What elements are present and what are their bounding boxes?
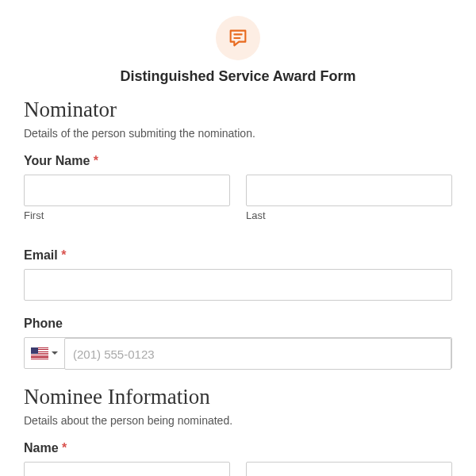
required-marker: * [61, 248, 66, 262]
nominee-description: Details about the person being nominated… [24, 414, 452, 427]
nominee-last-name-input[interactable] [246, 462, 452, 476]
your-name-label: Your Name * [24, 154, 452, 168]
phone-input[interactable] [64, 338, 451, 370]
nominee-name-label: Name * [24, 441, 452, 455]
chevron-down-icon [52, 351, 58, 355]
form-title: Distinguished Service Award Form [24, 68, 452, 85]
nominator-heading: Nominator [24, 98, 452, 122]
required-marker: * [62, 441, 67, 455]
nominee-heading: Nominee Information [24, 385, 452, 409]
phone-label: Phone [24, 317, 452, 331]
us-flag-icon [31, 347, 48, 359]
last-name-input[interactable] [246, 175, 452, 206]
first-name-input[interactable] [24, 175, 230, 206]
nominator-description: Details of the person submiting the nomi… [24, 127, 452, 140]
form-header: Distinguished Service Award Form [24, 16, 452, 85]
chat-icon [216, 16, 260, 60]
nominee-first-name-input[interactable] [24, 462, 230, 476]
phone-field: Phone [24, 317, 452, 369]
your-name-field: Your Name * First Last [24, 154, 452, 232]
first-sublabel: First [24, 209, 230, 221]
last-sublabel: Last [246, 209, 452, 221]
email-field: Email * [24, 248, 452, 301]
email-label: Email * [24, 248, 452, 263]
required-marker: * [94, 154, 98, 167]
nominee-name-field: Name * [24, 441, 452, 476]
country-code-select[interactable] [25, 338, 64, 368]
email-input[interactable] [24, 269, 452, 301]
